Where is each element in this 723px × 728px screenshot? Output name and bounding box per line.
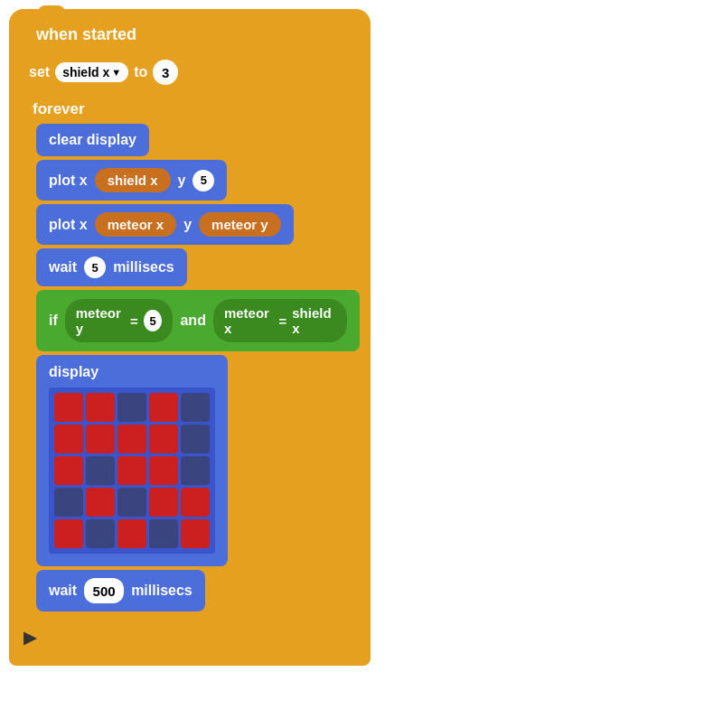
plot-x-label-1: plot x [49,173,88,189]
if-block: if meteor y = 5 and meteor x = shield x [36,290,360,351]
display-block: display [36,355,228,566]
if-label: if [49,313,58,329]
forever-label: forever [20,93,98,124]
plot-x-label-2: plot x [49,217,88,233]
grid-cell [54,456,83,485]
arrow-bottom: ▶ [20,628,360,648]
wait-block-1: wait 5 millisecs [36,248,187,286]
grid-cell [149,393,178,422]
grid-cell [54,488,83,517]
grid-cell [149,519,178,548]
grid-cell [181,425,210,453]
wait-val-1: 5 [84,257,106,278]
grid-cell [54,393,83,422]
set-label: set [29,64,50,80]
scratch-program: when started set shield x ▼ to 3 forever… [9,9,371,666]
forever-inner: clear display plot x shield x y 5 plot x… [36,124,360,611]
dropdown-arrow: ▼ [111,67,121,78]
grid-cell [181,488,210,517]
millisecs-2: millisecs [131,583,192,599]
condition-1: meteor y = 5 [65,299,174,342]
grid-cell [117,393,146,422]
grid-cell [181,393,210,422]
clear-display-block: clear display [36,124,149,156]
cond1-val: 5 [144,310,163,331]
grid-cell [181,519,210,548]
grid-cell [86,488,115,517]
grid-cell [86,456,115,485]
wait-val-2: 500 [84,578,124,603]
grid-cell [149,425,178,453]
y-label-2: y [183,217,192,233]
grid-cell [181,456,210,485]
when-started-label: when started [36,25,136,43]
grid-cell [117,488,146,517]
forever-block: forever clear display plot x shield x y … [20,93,360,621]
wait-label-2: wait [49,583,77,599]
to-label: to [134,64,147,80]
shield-x-pill: shield x [95,168,171,192]
grid-cell [86,393,115,422]
cond1-eq: = [130,313,138,329]
plot-block-1: plot x shield x y 5 [36,160,227,201]
millisecs-1: millisecs [113,259,174,275]
grid-cell [149,456,178,485]
grid-cell [86,425,115,453]
grid-cell [86,519,115,548]
display-grid [49,387,215,554]
set-value: 3 [162,65,169,80]
grid-cell [149,488,178,517]
y-label-1: y [178,173,186,189]
grid-cell [117,519,146,548]
wait-label-1: wait [49,259,77,275]
set-value-bubble: 3 [153,60,178,85]
when-started-block: when started [20,16,153,51]
meteor-y-pill: meteor y [199,212,281,237]
plot-block-2: plot x meteor x y meteor y [36,204,294,245]
variable-pill[interactable]: shield x ▼ [55,62,128,82]
cond1-var: meteor y [76,305,125,336]
clear-display-label: clear display [49,132,136,148]
wait-block-2: wait 500 millisecs [36,570,205,611]
set-block: set shield x ▼ to 3 [20,53,187,91]
cond2-eq: = [278,313,286,329]
variable-name: shield x [62,65,109,79]
grid-cell [54,519,83,548]
cond2-var: meteor x [224,305,274,336]
y-val-1: 5 [192,170,214,191]
grid-cell [117,456,146,485]
grid-cell [54,425,83,453]
cond2-var2: shield x [292,305,336,336]
meteor-x-pill: meteor x [95,212,177,237]
display-label: display [49,364,215,380]
and-label: and [180,313,205,329]
condition-2: meteor x = shield x [213,299,347,342]
grid-cell [117,425,146,453]
